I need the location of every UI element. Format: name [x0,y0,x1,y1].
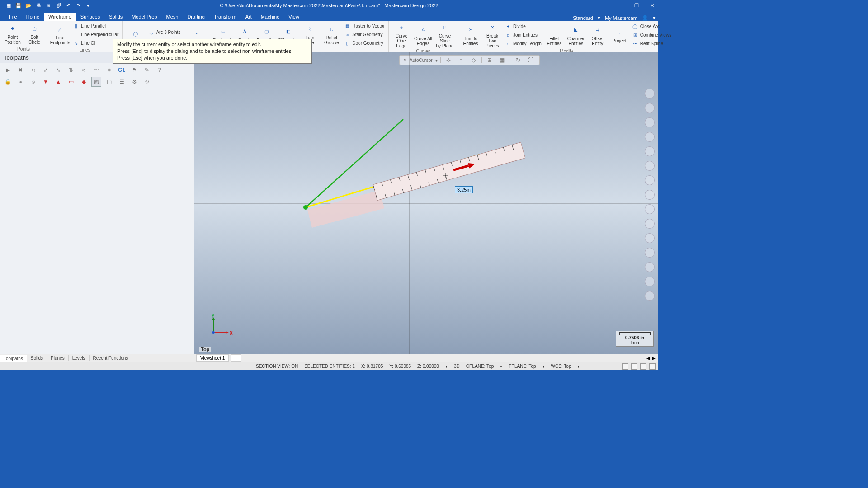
flag-icon[interactable]: ⚑ [129,65,139,75]
rs-wire-icon[interactable] [645,146,655,156]
rs-extra1-icon[interactable] [645,262,655,272]
rs-gnomon-icon[interactable] [645,248,655,258]
rs-extra3-icon[interactable] [645,291,655,301]
tree-icon[interactable]: ⎙ [28,65,38,75]
refit-spline-button[interactable]: 〜Refit Spline [631,40,672,48]
rs-shade-icon[interactable] [645,161,655,171]
status-icon-2[interactable] [631,363,637,370]
open-icon[interactable]: 📂 [25,2,32,9]
bolt-circle-button[interactable]: ◌Bolt Circle [24,23,44,45]
rs-rotate-icon[interactable] [645,117,655,127]
raster-to-vector-button[interactable]: ▦Raster to Vector [343,22,386,30]
curve-one-edge-button[interactable]: ⎈Curve One Edge [392,22,411,48]
tab-home[interactable]: Home [22,13,44,21]
status-tplane-dropdown-icon[interactable]: ▾ [542,364,545,369]
sort-icon[interactable]: ⇅ [66,65,76,75]
maximize-button[interactable]: ❐ [632,3,641,9]
tab-surfaces[interactable]: Surfaces [76,13,104,21]
project-button[interactable]: ↓Project [609,27,629,43]
tab-machine[interactable]: Machine [256,13,284,21]
rs-top-icon[interactable] [645,190,655,200]
rs-pan-icon[interactable] [645,103,655,113]
file-icon[interactable]: ▦ [5,2,12,9]
collapse-icon[interactable]: ⤡ [53,65,63,75]
close-button[interactable]: ✕ [647,3,656,9]
deselect-icon[interactable]: ✖ [15,65,25,75]
line-parallel-button[interactable]: ∥Line Parallel [72,22,119,30]
box2-icon[interactable]: ▢ [104,77,114,87]
status-wcs-dropdown-icon[interactable]: ▾ [577,364,580,369]
viewport[interactable]: ↖ AutoCursor ▾ ⊹ ○ ◇ ⊞ ▦ ↻ ⛶ [194,52,658,354]
export-icon[interactable]: 🗐 [55,2,61,9]
close-arc-button[interactable]: ◯Close Arc [631,23,672,31]
tab-modelprep[interactable]: Model Prep [127,13,161,21]
curve-all-edges-button[interactable]: ⎌Curve All Edges [413,24,433,46]
down-red-icon[interactable]: ▼ [41,77,51,87]
point-position-button[interactable]: ✚Point Position [3,23,23,45]
filter-icon[interactable]: ⌗ [104,65,114,75]
qat-dropdown-icon[interactable]: ▾ [85,2,91,9]
tab-art[interactable]: Art [241,13,256,21]
bt-solids[interactable]: Solids [27,355,47,361]
wave2-icon[interactable]: ≈ [15,77,25,87]
line-endpoints-button[interactable]: ／Line Endpoints [50,23,70,45]
join-entities-button[interactable]: ⧈Join Entities [504,31,542,39]
save-as-icon[interactable]: 🗎 [45,2,52,9]
expand-icon[interactable]: ⤢ [41,65,51,75]
curve-slice-button[interactable]: ⍁Curve Slice by Plane [435,22,455,48]
layers-icon[interactable]: ≋ [79,65,89,75]
status-icon-1[interactable] [622,363,628,370]
g1-button[interactable]: G1 [117,65,127,75]
trim-to-entities-button[interactable]: ✂Trim to Entities [461,24,481,46]
up-red-icon[interactable]: ▲ [53,77,63,87]
viewsheet-tab[interactable]: Viewsheet 1 [196,354,229,362]
status-cplane-dropdown-icon[interactable]: ▾ [500,364,502,369]
scroll-right-icon[interactable]: ▶ [652,356,656,361]
fillet-entities-button[interactable]: ⌒Fillet Entities [544,24,564,46]
rect-red-icon[interactable]: ▭ [66,77,76,87]
bt-recent[interactable]: Recent Functions [90,355,132,361]
status-wcs[interactable]: WCS: Top [551,364,571,369]
active-mode-icon[interactable]: ▨ [91,77,101,87]
rs-front-icon[interactable] [645,204,655,214]
line-perpendicular-button[interactable]: ⊥Line Perpendicular [72,30,119,38]
bt-levels[interactable]: Levels [69,355,90,361]
help-icon[interactable]: ? [155,65,165,75]
status-z-dropdown-icon[interactable]: ▾ [445,364,448,369]
tab-file[interactable]: File [5,13,22,21]
tab-view[interactable]: View [284,13,304,21]
redo-icon[interactable]: ↷ [75,2,81,9]
rs-right-icon[interactable] [645,219,655,229]
break-two-pieces-button[interactable]: ✕Break Two Pieces [482,22,502,48]
offset-entity-button[interactable]: ⇉Offset Entity [588,24,608,46]
modify-length-button[interactable]: ↔Modify Length [504,40,542,48]
arc-3-points-button[interactable]: ◡Arc 3 Points [147,28,181,36]
user-icon[interactable]: 👤 [642,15,648,21]
drawing-canvas[interactable] [194,52,658,354]
refresh-icon[interactable]: ↻ [142,77,152,87]
combine-views-button[interactable]: ⊞Combine Views [631,31,672,39]
rs-extra2-icon[interactable] [645,277,655,286]
rs-zoom-icon[interactable] [645,89,655,99]
bt-planes[interactable]: Planes [47,355,69,361]
scroll-left-icon[interactable]: ◀ [646,356,650,361]
rs-section-icon[interactable] [645,233,655,243]
print-icon[interactable]: 🖶 [35,2,42,9]
undo-icon[interactable]: ↶ [65,2,71,9]
select-icon[interactable]: ▶ [3,65,13,75]
dimension-label[interactable]: 3.25in [455,186,473,193]
mymc-label[interactable]: My Mastercam [605,15,637,21]
ghost-icon[interactable]: ⍟ [28,77,38,87]
door-geometry-button[interactable]: ▯Door Geometry [343,39,386,47]
workspace-standard[interactable]: Standard [573,15,593,21]
minimize-button[interactable]: — [617,3,626,9]
status-tplane[interactable]: TPLANE: Top [509,364,536,369]
relief-groove-button[interactable]: ⎍Relief Groove [321,23,341,45]
workspace-dropdown-icon[interactable]: ▾ [598,15,600,21]
list-icon[interactable]: ☰ [117,77,127,87]
save-icon[interactable]: 💾 [15,2,22,9]
add-viewsheet-button[interactable]: + [231,354,241,362]
help-dropdown-icon[interactable]: ▾ [653,15,656,21]
tab-mesh[interactable]: Mesh [161,13,183,21]
stair-geometry-button[interactable]: ⎄Stair Geometry [343,30,386,38]
